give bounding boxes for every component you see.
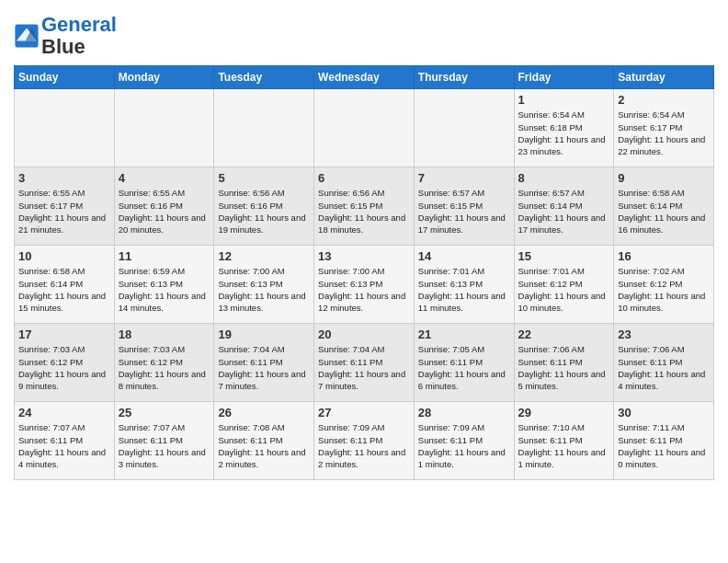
calendar-cell: 9Sunrise: 6:58 AMSunset: 6:14 PMDaylight… [614, 167, 714, 246]
day-info: Sunrise: 7:03 AMSunset: 6:12 PMDaylight:… [119, 343, 210, 392]
day-number: 6 [318, 171, 410, 185]
calendar-cell [314, 89, 415, 167]
day-number: 21 [418, 327, 510, 341]
day-info: Sunrise: 7:09 AMSunset: 6:11 PMDaylight:… [418, 421, 510, 470]
calendar-cell [414, 89, 514, 167]
day-info: Sunrise: 6:58 AMSunset: 6:14 PMDaylight:… [618, 187, 710, 236]
calendar-cell: 29Sunrise: 7:10 AMSunset: 6:11 PMDayligh… [514, 402, 614, 480]
day-info: Sunrise: 7:06 AMSunset: 6:11 PMDaylight:… [618, 343, 710, 392]
calendar-cell: 4Sunrise: 6:55 AMSunset: 6:16 PMDaylight… [114, 167, 214, 246]
calendar-cell: 3Sunrise: 6:55 AMSunset: 6:17 PMDaylight… [15, 167, 115, 246]
day-info: Sunrise: 7:01 AMSunset: 6:12 PMDaylight:… [518, 265, 610, 314]
day-number: 2 [618, 93, 710, 107]
day-info: Sunrise: 7:03 AMSunset: 6:12 PMDaylight:… [18, 343, 110, 392]
day-number: 3 [18, 171, 110, 185]
day-info: Sunrise: 6:56 AMSunset: 6:15 PMDaylight:… [318, 187, 410, 236]
calendar-week-row: 17Sunrise: 7:03 AMSunset: 6:12 PMDayligh… [15, 324, 714, 402]
day-number: 30 [618, 406, 710, 419]
day-header-tuesday: Tuesday [214, 66, 314, 89]
calendar-cell: 5Sunrise: 6:56 AMSunset: 6:16 PMDaylight… [214, 167, 314, 246]
day-number: 7 [418, 171, 510, 185]
calendar-cell: 15Sunrise: 7:01 AMSunset: 6:12 PMDayligh… [514, 246, 614, 324]
calendar-cell: 21Sunrise: 7:05 AMSunset: 6:11 PMDayligh… [414, 324, 514, 402]
calendar-week-row: 1Sunrise: 6:54 AMSunset: 6:18 PMDaylight… [15, 89, 714, 167]
day-number: 5 [218, 171, 310, 185]
day-info: Sunrise: 7:05 AMSunset: 6:11 PMDaylight:… [418, 343, 510, 392]
calendar-cell: 28Sunrise: 7:09 AMSunset: 6:11 PMDayligh… [414, 402, 514, 480]
day-number: 4 [119, 171, 210, 185]
day-header-sunday: Sunday [15, 66, 115, 89]
calendar-header-row: SundayMondayTuesdayWednesdayThursdayFrid… [15, 66, 714, 89]
day-number: 9 [618, 171, 710, 185]
day-info: Sunrise: 7:06 AMSunset: 6:11 PMDaylight:… [518, 343, 610, 392]
logo-text: General Blue [41, 14, 117, 58]
day-info: Sunrise: 7:00 AMSunset: 6:13 PMDaylight:… [318, 265, 410, 314]
calendar-cell: 18Sunrise: 7:03 AMSunset: 6:12 PMDayligh… [114, 324, 214, 402]
day-info: Sunrise: 7:07 AMSunset: 6:11 PMDaylight:… [18, 421, 110, 470]
day-number: 24 [18, 406, 110, 419]
calendar-cell: 10Sunrise: 6:58 AMSunset: 6:14 PMDayligh… [15, 246, 115, 324]
calendar-body: 1Sunrise: 6:54 AMSunset: 6:18 PMDaylight… [15, 89, 714, 480]
day-info: Sunrise: 6:57 AMSunset: 6:14 PMDaylight:… [518, 187, 610, 236]
day-number: 29 [518, 406, 610, 419]
calendar-cell: 19Sunrise: 7:04 AMSunset: 6:11 PMDayligh… [214, 324, 314, 402]
day-number: 16 [618, 249, 710, 263]
day-number: 1 [518, 93, 610, 107]
calendar-cell: 11Sunrise: 6:59 AMSunset: 6:13 PMDayligh… [114, 246, 214, 324]
calendar-cell: 17Sunrise: 7:03 AMSunset: 6:12 PMDayligh… [15, 324, 115, 402]
day-number: 10 [18, 249, 110, 263]
day-info: Sunrise: 6:58 AMSunset: 6:14 PMDaylight:… [18, 265, 110, 314]
day-number: 15 [518, 249, 610, 263]
day-header-saturday: Saturday [614, 66, 714, 89]
calendar-cell [214, 89, 314, 167]
calendar-cell: 26Sunrise: 7:08 AMSunset: 6:11 PMDayligh… [214, 402, 314, 480]
day-info: Sunrise: 7:07 AMSunset: 6:11 PMDaylight:… [119, 421, 210, 470]
calendar-cell: 1Sunrise: 6:54 AMSunset: 6:18 PMDaylight… [514, 89, 614, 167]
calendar-week-row: 3Sunrise: 6:55 AMSunset: 6:17 PMDaylight… [15, 167, 714, 246]
calendar-cell: 30Sunrise: 7:11 AMSunset: 6:11 PMDayligh… [614, 402, 714, 480]
calendar-cell: 22Sunrise: 7:06 AMSunset: 6:11 PMDayligh… [514, 324, 614, 402]
calendar-cell: 2Sunrise: 6:54 AMSunset: 6:17 PMDaylight… [614, 89, 714, 167]
day-info: Sunrise: 6:54 AMSunset: 6:17 PMDaylight:… [618, 109, 710, 157]
day-info: Sunrise: 6:59 AMSunset: 6:13 PMDaylight:… [119, 265, 210, 314]
logo-icon [14, 23, 40, 49]
day-info: Sunrise: 6:55 AMSunset: 6:17 PMDaylight:… [18, 187, 110, 236]
calendar-table: SundayMondayTuesdayWednesdayThursdayFrid… [14, 65, 714, 480]
day-info: Sunrise: 7:09 AMSunset: 6:11 PMDaylight:… [318, 421, 410, 470]
day-info: Sunrise: 6:57 AMSunset: 6:15 PMDaylight:… [418, 187, 510, 236]
day-info: Sunrise: 7:11 AMSunset: 6:11 PMDaylight:… [618, 421, 710, 470]
day-info: Sunrise: 6:56 AMSunset: 6:16 PMDaylight:… [218, 187, 310, 236]
day-number: 28 [418, 406, 510, 419]
page-header: General Blue [14, 9, 714, 58]
day-number: 19 [218, 327, 310, 341]
day-number: 14 [418, 249, 510, 263]
day-info: Sunrise: 6:55 AMSunset: 6:16 PMDaylight:… [119, 187, 210, 236]
calendar-cell: 20Sunrise: 7:04 AMSunset: 6:11 PMDayligh… [314, 324, 415, 402]
calendar-cell: 14Sunrise: 7:01 AMSunset: 6:13 PMDayligh… [414, 246, 514, 324]
day-info: Sunrise: 7:04 AMSunset: 6:11 PMDaylight:… [218, 343, 310, 392]
calendar-cell: 27Sunrise: 7:09 AMSunset: 6:11 PMDayligh… [314, 402, 415, 480]
day-number: 8 [518, 171, 610, 185]
day-number: 12 [218, 249, 310, 263]
day-info: Sunrise: 6:54 AMSunset: 6:18 PMDaylight:… [518, 109, 610, 157]
calendar-cell: 12Sunrise: 7:00 AMSunset: 6:13 PMDayligh… [214, 246, 314, 324]
day-info: Sunrise: 7:02 AMSunset: 6:12 PMDaylight:… [618, 265, 710, 314]
day-info: Sunrise: 7:10 AMSunset: 6:11 PMDaylight:… [518, 421, 610, 470]
calendar-week-row: 10Sunrise: 6:58 AMSunset: 6:14 PMDayligh… [15, 246, 714, 324]
day-info: Sunrise: 7:08 AMSunset: 6:11 PMDaylight:… [218, 421, 310, 470]
day-header-thursday: Thursday [414, 66, 514, 89]
calendar-cell [114, 89, 214, 167]
calendar-cell: 13Sunrise: 7:00 AMSunset: 6:13 PMDayligh… [314, 246, 415, 324]
day-number: 23 [618, 327, 710, 341]
day-number: 20 [318, 327, 410, 341]
day-info: Sunrise: 7:04 AMSunset: 6:11 PMDaylight:… [318, 343, 410, 392]
day-number: 22 [518, 327, 610, 341]
calendar-cell: 6Sunrise: 6:56 AMSunset: 6:15 PMDaylight… [314, 167, 415, 246]
calendar-cell: 23Sunrise: 7:06 AMSunset: 6:11 PMDayligh… [614, 324, 714, 402]
calendar-cell: 25Sunrise: 7:07 AMSunset: 6:11 PMDayligh… [114, 402, 214, 480]
day-number: 27 [318, 406, 410, 419]
day-header-friday: Friday [514, 66, 614, 89]
day-number: 26 [218, 406, 310, 419]
calendar-week-row: 24Sunrise: 7:07 AMSunset: 6:11 PMDayligh… [15, 402, 714, 480]
calendar-cell: 8Sunrise: 6:57 AMSunset: 6:14 PMDaylight… [514, 167, 614, 246]
